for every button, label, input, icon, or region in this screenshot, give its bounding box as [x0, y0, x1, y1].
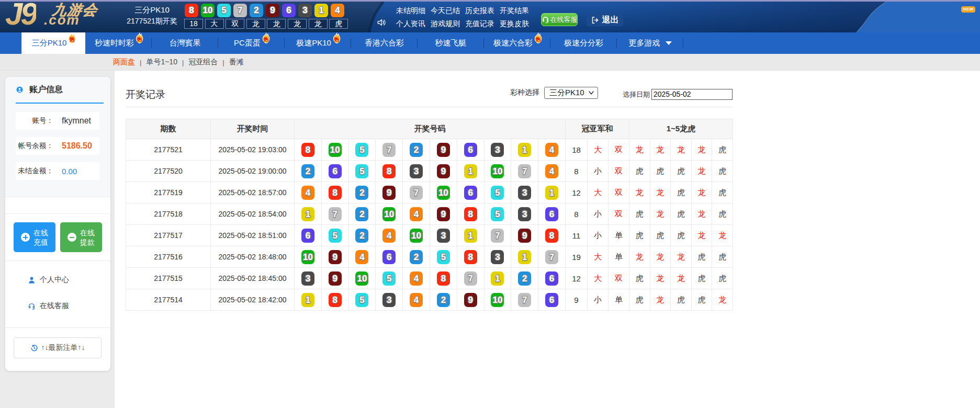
ball-1: 1 [518, 143, 531, 157]
withdraw-button[interactable]: 在线提款 [60, 222, 102, 252]
ball-cell: 4 [538, 139, 566, 161]
parity-cell: 双 [608, 203, 629, 225]
ball-5: 5 [491, 207, 504, 221]
nav-tab-label: 极速分分彩 [564, 38, 603, 48]
lottery-select[interactable]: 三分PK10 [544, 87, 598, 99]
dragon-tiger-cell: 龙 [650, 203, 671, 225]
ball-number: 7 [332, 209, 337, 219]
nav-tab-3[interactable]: 台灣賓果 [152, 32, 218, 54]
ball-cell: 2 [348, 225, 376, 246]
ball-9: 9 [518, 229, 531, 243]
header-link[interactable]: 充值记录 [465, 19, 493, 29]
nav-tab-7[interactable]: 秒速飞艇 [418, 32, 484, 54]
ball-cell: 7 [321, 203, 348, 225]
nav-tab-6[interactable]: 香港六合彩 [351, 32, 418, 54]
account-row-value: fkymnet [62, 116, 91, 126]
header-link[interactable]: 个人资讯 [396, 19, 424, 29]
table-header-row: 期数 开奖时间 开奖号码 冠亚军和 1~5龙虎 [126, 119, 733, 139]
dragon-tiger-cell: 虎 [712, 139, 733, 161]
dragon-tiger-cell: 虎 [712, 203, 733, 225]
ball-9: 9 [437, 143, 450, 157]
subnav-item-2[interactable]: 单号1~10 [146, 58, 177, 67]
speaker-icon[interactable] [376, 17, 387, 28]
menu-item-profile[interactable]: 个人中心 [28, 273, 110, 287]
ball-cell: 4 [348, 246, 376, 268]
caret-down-icon [666, 41, 672, 45]
dragon-tiger-cell: 龙 [691, 139, 712, 161]
summary-box: 18 [184, 19, 203, 29]
card-buttons: 在线充值 在线提款 [5, 214, 110, 261]
ball-number: 10 [411, 231, 421, 241]
ball-number: 2 [441, 295, 446, 305]
nav-tab-1[interactable]: 三分PK10 热 [21, 32, 85, 54]
ball-cell: 10 [484, 289, 511, 311]
logo-com: .com [44, 12, 80, 28]
main-content: 开奖记录 彩种选择 三分PK10 选择日期 2025-05-02 期数 开奖时间… [115, 71, 980, 408]
ball-cell: 1 [511, 246, 538, 268]
ball-8: 8 [185, 4, 198, 17]
header-link[interactable]: 开奖结果 [500, 6, 527, 16]
deposit-button[interactable]: 在线充值 [14, 222, 55, 252]
ball-cell: 10 [348, 268, 376, 289]
hot-char: 热 [137, 37, 142, 42]
nav-tabs: 三分PK10 热 秒速时时彩 热 台灣賓果PC蛋蛋 热 极速PK10 热 香港六… [21, 32, 683, 54]
ball-number: 2 [359, 209, 364, 219]
customer-service-button[interactable]: 在线客服 [541, 13, 578, 26]
ball-1: 1 [545, 186, 558, 200]
nav-tab-10[interactable]: 更多游戏 [617, 32, 683, 54]
subnav-item-4[interactable]: 番滩 [229, 58, 244, 67]
latest-bets-button[interactable]: ↑↓最新注单↑↓ [14, 337, 102, 358]
ball-number: 5 [495, 188, 500, 198]
ball-number: 2 [414, 145, 419, 155]
logout-button[interactable]: 退出 [587, 14, 623, 26]
nav-tab-label: PC蛋蛋 热 [234, 38, 261, 48]
ball-10: 10 [329, 143, 342, 157]
ball-number: 5 [495, 209, 500, 219]
header-link[interactable]: 更换皮肤 [500, 19, 527, 29]
ball-number: 1 [522, 145, 527, 155]
ball-cell: 3 [484, 139, 511, 161]
ball-3: 3 [301, 271, 314, 286]
nav-tab-5[interactable]: 极速PK10 热 [285, 32, 351, 54]
col-numbers: 开奖号码 [295, 119, 566, 139]
ball-4: 4 [331, 4, 344, 17]
withdraw-line2: 提款 [80, 238, 95, 246]
dragon-tiger-cell: 虎 [629, 225, 650, 246]
header-link[interactable]: 今天已结 [431, 6, 458, 16]
ball-number: 6 [549, 274, 554, 284]
ball-9: 9 [437, 164, 450, 178]
col-time: 开奖时间 [211, 119, 295, 139]
deposit-line1: 在线 [33, 229, 48, 237]
table-row: 21775182025-05-02 18:54:00172104985368小双… [126, 203, 733, 225]
ball-number: 3 [495, 145, 500, 155]
header-link[interactable]: 游戏规则 [431, 19, 458, 29]
current-draw-info: 三分PK10 2177521期开奖 [125, 4, 179, 27]
account-row-label: 账号： [16, 116, 53, 126]
lottery-name: 三分PK10 [125, 4, 179, 16]
size-cell: 小 [587, 203, 608, 225]
customer-service-label: 在线客服 [550, 15, 578, 25]
nav-tab-9[interactable]: 极速分分彩 [550, 32, 617, 54]
header-link[interactable]: 未结明细 [396, 6, 424, 16]
dragon-tiger-cell: 龙 [712, 289, 733, 311]
nav-tab-2[interactable]: 秒速时时彩 热 [85, 32, 152, 54]
nav-tab-8[interactable]: 极速六合彩 热 [484, 32, 550, 54]
date-input[interactable]: 2025-05-02 [651, 89, 733, 100]
logo[interactable]: J9 九游会 .com [6, 2, 111, 32]
account-card: 账户信息 账号：fkymnet帐号余额：5186.50未结金额：0.00 在线充… [5, 77, 110, 371]
nav-tab-4[interactable]: PC蛋蛋 热 [218, 32, 285, 54]
ball-2: 2 [250, 4, 263, 17]
ball-3: 3 [518, 207, 531, 221]
ball-7: 7 [233, 4, 247, 17]
subnav-item-1[interactable]: 两面盘 [113, 58, 135, 67]
menu-item-service[interactable]: 在线客服 [28, 299, 110, 313]
subnav-item-3[interactable]: 冠亚组合 [188, 58, 218, 67]
ball-cell: 6 [538, 268, 566, 289]
ball-number: 1 [306, 295, 310, 305]
lottery-select-value: 三分PK10 [549, 88, 584, 98]
ball-2: 2 [301, 164, 314, 178]
dragon-tiger-cell: 虎 [650, 161, 671, 182]
dragon-tiger-cell: 龙 [650, 139, 671, 161]
ball-number: 6 [286, 5, 291, 15]
header-link[interactable]: 历史报表 [465, 6, 493, 16]
